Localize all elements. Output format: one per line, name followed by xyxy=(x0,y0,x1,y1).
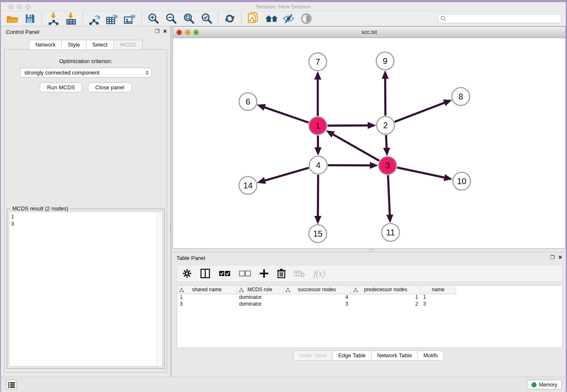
column-header-name[interactable]: name xyxy=(421,286,456,294)
open-session-icon[interactable] xyxy=(6,12,19,25)
split-divider-grip[interactable] xyxy=(369,249,374,251)
graph-edge-3-11[interactable] xyxy=(388,175,390,219)
graph-edge-2-3[interactable] xyxy=(386,135,387,152)
table-toolbar: f(x) xyxy=(177,265,562,282)
import-network-icon[interactable] xyxy=(47,12,60,25)
graph-edge-4-15[interactable] xyxy=(318,175,318,220)
graph-node-10[interactable]: 10 xyxy=(453,172,471,190)
toolbar-separator xyxy=(141,13,142,25)
graph-edge-1-6[interactable] xyxy=(261,106,308,122)
close-panel-icon[interactable]: ✕ xyxy=(163,29,167,34)
control-panel-title: Control Panel xyxy=(6,29,39,35)
node-table: shared name MCDS role successor nodes pr… xyxy=(177,285,562,348)
tab-edge-table[interactable]: Edge Table xyxy=(332,351,371,361)
graph-node-2[interactable]: 2 xyxy=(377,116,394,134)
graph-edge-2-9[interactable] xyxy=(385,75,385,116)
graph-node-6[interactable]: 6 xyxy=(239,93,257,110)
float-table-panel-icon[interactable]: ❐ xyxy=(550,255,555,260)
delete-column-icon[interactable] xyxy=(277,268,286,279)
main-toolbar xyxy=(1,11,566,26)
column-header-mcds-role[interactable]: MCDS role xyxy=(237,286,283,294)
graph-edge-4-14[interactable] xyxy=(261,168,309,182)
graph-edge-1-2[interactable] xyxy=(328,125,372,126)
tab-node-table[interactable]: Node Table xyxy=(293,351,333,361)
function-builder-icon[interactable]: f(x) xyxy=(314,269,325,279)
zoom-out-icon[interactable] xyxy=(165,12,177,25)
tab-motifs[interactable]: Motifs xyxy=(417,351,444,361)
svg-text:6: 6 xyxy=(245,97,250,106)
search-input[interactable] xyxy=(438,14,561,23)
tab-select[interactable]: Select xyxy=(86,40,113,50)
toolbar-separator xyxy=(218,13,218,25)
search-box xyxy=(438,14,561,23)
tab-network-table[interactable]: Network Table xyxy=(371,351,417,361)
zoom-fit-icon[interactable] xyxy=(182,12,195,25)
criterion-select[interactable]: strongly connected component xyxy=(20,68,152,77)
close-table-panel-icon[interactable]: ✕ xyxy=(558,255,562,260)
graph-node-1[interactable]: 1 xyxy=(309,117,327,135)
show-graphics-details-icon[interactable] xyxy=(300,12,313,25)
hide-graphics-details-icon[interactable] xyxy=(282,12,295,25)
import-table-icon[interactable] xyxy=(65,12,77,25)
select-stepper-icon xyxy=(145,70,149,75)
hierarchy-icon xyxy=(353,288,358,293)
column-header-predecessor-nodes[interactable]: predecessor nodes xyxy=(351,286,421,294)
graph-edge-2-8[interactable] xyxy=(394,101,448,121)
memory-button[interactable]: Memory xyxy=(527,380,562,389)
network-window-title: scc.txt xyxy=(173,29,565,35)
save-session-icon[interactable] xyxy=(24,12,36,25)
select-all-columns-icon[interactable] xyxy=(219,271,231,276)
svg-text:11: 11 xyxy=(386,228,395,237)
deselect-all-columns-icon[interactable] xyxy=(239,271,251,276)
mcds-result-textarea: 1 3 xyxy=(9,212,162,367)
network-view[interactable]: 7968124310141511 xyxy=(173,38,565,248)
apply-layout-icon[interactable] xyxy=(223,12,236,25)
float-panel-icon[interactable]: ❐ xyxy=(155,29,160,34)
toggle-column-pane-icon[interactable] xyxy=(200,268,210,279)
ndex-home-icon[interactable] xyxy=(264,12,277,25)
optimization-criterion-label: Optimization criterion: xyxy=(5,58,167,64)
table-panel: Table Panel ❐ ✕ xyxy=(171,252,566,377)
table-row[interactable]: 1 dominator 4 1 1 xyxy=(177,294,456,301)
svg-text:2: 2 xyxy=(383,121,388,130)
graph-edge-3-10[interactable] xyxy=(397,168,449,179)
graph-node-9[interactable]: 9 xyxy=(376,52,394,70)
table-row[interactable]: 3 dominator 3 2 3 xyxy=(177,301,456,307)
control-panel-tabs: Network Style Select MCDS xyxy=(1,40,171,50)
task-history-button[interactable] xyxy=(6,380,17,389)
graph-node-8[interactable]: 8 xyxy=(452,88,470,105)
tab-network[interactable]: Network xyxy=(29,40,61,50)
delete-table-icon[interactable] xyxy=(294,270,305,277)
graph-node-14[interactable]: 14 xyxy=(239,177,257,194)
column-header-shared-name[interactable]: shared name xyxy=(177,286,237,294)
graph-edge-3-1[interactable] xyxy=(330,133,379,161)
close-panel-button[interactable]: Close panel xyxy=(88,83,132,92)
toolbar-separator xyxy=(41,13,42,25)
control-panel: Control Panel ❐ ✕ Network Style Select M… xyxy=(1,26,171,377)
graph-edge-4-3[interactable] xyxy=(328,165,374,166)
tab-style[interactable]: Style xyxy=(61,40,86,50)
zoom-selected-icon[interactable] xyxy=(200,12,213,25)
graph-node-3[interactable]: 3 xyxy=(379,157,396,174)
export-network-icon[interactable] xyxy=(88,12,101,25)
result-scrollbar[interactable] xyxy=(157,213,162,366)
tab-mcds[interactable]: MCDS xyxy=(113,40,142,50)
add-column-icon[interactable] xyxy=(259,269,269,278)
hierarchy-icon xyxy=(286,288,290,293)
network-desktop: x − + scc.txt xyxy=(171,26,566,252)
column-header-successor-nodes[interactable]: successor nodes xyxy=(283,286,351,294)
criterion-select-value: strongly connected component xyxy=(25,69,99,76)
run-mcds-button[interactable]: Run MCDS xyxy=(40,83,82,92)
graph-node-7[interactable]: 7 xyxy=(309,53,327,71)
clone-network-icon[interactable] xyxy=(247,12,259,25)
graph-node-4[interactable]: 4 xyxy=(309,156,327,174)
window-title: Session: New Session xyxy=(1,3,566,10)
app-window: Session: New Session xyxy=(1,2,566,392)
graph-node-15[interactable]: 15 xyxy=(309,225,327,243)
network-window-titlebar[interactable]: x − + scc.txt xyxy=(173,27,565,38)
export-table-icon[interactable] xyxy=(106,12,118,25)
table-settings-icon[interactable] xyxy=(182,269,192,278)
graph-node-11[interactable]: 11 xyxy=(382,224,399,241)
zoom-in-icon[interactable] xyxy=(147,12,160,25)
export-image-icon[interactable] xyxy=(124,12,136,25)
